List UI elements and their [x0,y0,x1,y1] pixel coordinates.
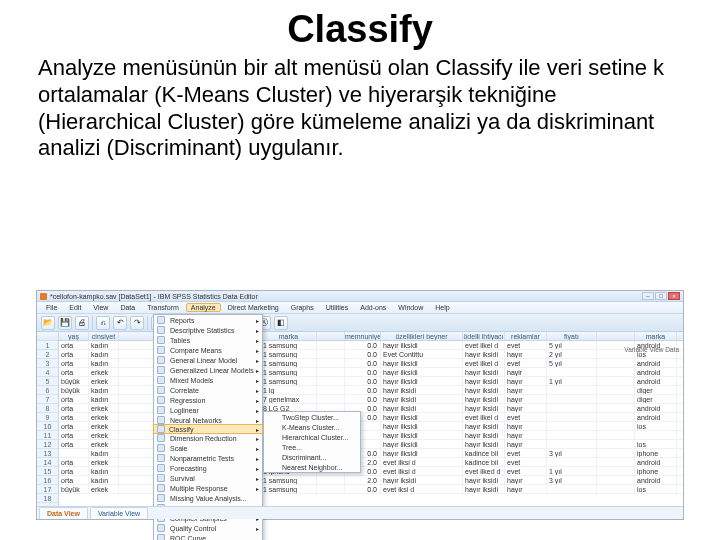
menu-edit[interactable]: Edit [64,303,86,312]
cell[interactable]: hayır ilksidi [381,449,463,457]
cell[interactable]: 1 samsung [261,476,317,484]
cell[interactable]: hayır ilksidi [381,368,463,376]
cell[interactable]: hayır iksidi [463,377,505,385]
cell[interactable]: orta [59,341,89,349]
cell[interactable] [317,386,345,394]
cell[interactable]: 0.0 [345,341,381,349]
row-header[interactable]: 13 [37,449,58,458]
cell[interactable]: Evet Contittu [381,350,463,358]
cell[interactable]: orta [59,350,89,358]
cell[interactable]: 0.0 [345,368,381,376]
cell[interactable]: 5 yıl [547,359,597,367]
cell[interactable] [547,431,597,439]
menu-graphs[interactable]: Graphs [286,303,319,312]
cell[interactable] [547,485,597,493]
cell[interactable]: evet ilkel d [463,359,505,367]
cell[interactable] [597,458,635,466]
cell[interactable] [317,377,345,385]
row-header[interactable]: 5 [37,377,58,386]
column-header[interactable]: reklamlar [505,332,547,340]
cell[interactable]: 0.0 [345,395,381,403]
cell[interactable]: android [635,413,677,421]
menu-item-dimension-reduction[interactable]: Dimension Reduction▸ [154,433,262,443]
cell[interactable]: orta [59,431,89,439]
redo-icon[interactable]: ↷ [130,316,144,330]
cell[interactable] [317,476,345,484]
cell[interactable]: evet iksi d [381,485,463,493]
cell[interactable]: hayır iksidi [463,404,505,412]
row-header[interactable]: 18 [37,494,58,503]
cell[interactable]: hayır iksidi [463,440,505,448]
menu-item-generalized-linear-models[interactable]: Generalized Linear Models▸ [154,365,262,375]
cell[interactable]: evet ilkel d [463,413,505,421]
cell[interactable]: hayır [505,485,547,493]
cell[interactable]: kadın [89,350,119,358]
cell[interactable]: iphone [635,467,677,475]
cell[interactable]: evet [505,458,547,466]
cell[interactable]: hayır iksidi [381,476,463,484]
column-header[interactable] [317,332,345,340]
submenu-item-nearest-neighbor-[interactable]: Nearest Neighbor... [264,462,360,472]
cell[interactable]: hayır [505,422,547,430]
cell[interactable] [635,431,677,439]
menu-item-missing-value-analysis-[interactable]: Missing Value Analysis... [154,493,262,503]
cell[interactable]: hayır [505,440,547,448]
cell[interactable]: hayır [505,386,547,394]
menu-item-loglinear[interactable]: Loglinear▸ [154,405,262,415]
submenu-item-hierarchical-cluster-[interactable]: Hierarchical Cluster... [264,432,360,442]
cell[interactable] [597,413,635,421]
cell[interactable] [547,386,597,394]
menu-item-correlate[interactable]: Correlate▸ [154,385,262,395]
cell[interactable]: büyük [59,485,89,493]
cell[interactable]: erkek [89,404,119,412]
cell[interactable]: diger [635,395,677,403]
cell[interactable]: orta [59,404,89,412]
cell[interactable]: kadın [89,395,119,403]
column-header[interactable]: marka [261,332,317,340]
recall-icon[interactable]: ⎌ [96,316,110,330]
cell[interactable]: orta [59,368,89,376]
close-button[interactable]: × [668,292,680,300]
cell[interactable]: 1 samsung [261,368,317,376]
submenu-item-twostep-cluster-[interactable]: TwoStep Cluster... [264,412,360,422]
cell[interactable]: iphone [635,449,677,457]
cell[interactable]: kadın [89,476,119,484]
menu-view[interactable]: View [88,303,113,312]
cell[interactable]: hayır ilksidi [381,413,463,421]
cell[interactable]: diger [635,386,677,394]
cell[interactable]: hayır iksidi [381,404,463,412]
menu-item-roc-curve-[interactable]: ROC Curve... [154,533,262,540]
cell[interactable]: evet ilksi d [381,467,463,475]
menu-item-multiple-response[interactable]: Multiple Response▸ [154,483,262,493]
row-header[interactable]: 7 [37,395,58,404]
cell[interactable]: evet ilksi d [381,458,463,466]
row-header[interactable]: 4 [37,368,58,377]
menu-help[interactable]: Help [430,303,454,312]
cell[interactable]: 1 samsung [261,359,317,367]
cell[interactable]: hayır iksidi [463,368,505,376]
column-header[interactable]: yaş [59,332,89,340]
cell[interactable]: orta [59,413,89,421]
menu-file[interactable]: File [41,303,62,312]
menu-item-reports[interactable]: Reports▸ [154,315,262,325]
cell[interactable]: hayır iksidi [463,422,505,430]
cell[interactable]: hayır [505,377,547,385]
column-header[interactable]: memnuniyet [345,332,381,340]
cell[interactable]: orta [59,440,89,448]
row-header[interactable]: 2 [37,350,58,359]
row-header[interactable]: 3 [37,359,58,368]
cell[interactable]: android [635,368,677,376]
menu-item-compare-means[interactable]: Compare Means▸ [154,345,262,355]
cell[interactable]: evet [505,413,547,421]
cell[interactable]: 1 samsung [261,485,317,493]
row-header[interactable]: 11 [37,431,58,440]
row-header[interactable]: 14 [37,458,58,467]
column-header[interactable]: marka [635,332,677,340]
cell[interactable]: evet [505,449,547,457]
cell[interactable]: evet ilked d [463,467,505,475]
cell[interactable]: orta [59,467,89,475]
cell[interactable]: android [635,359,677,367]
cell[interactable]: 1 yıl [547,467,597,475]
cell[interactable]: hayır [505,395,547,403]
submenu-item-k-means-cluster-[interactable]: K-Means Cluster... [264,422,360,432]
